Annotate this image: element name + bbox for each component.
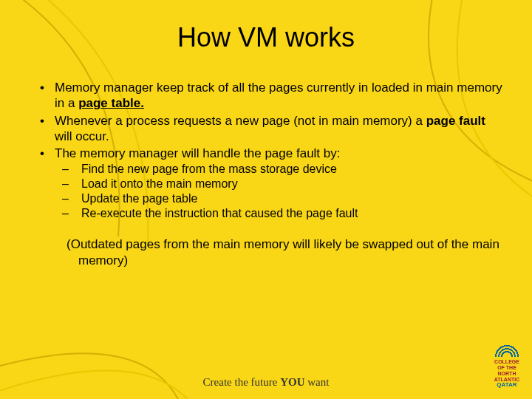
list-item: • Whenever a process requests a new page… (30, 113, 502, 145)
list-item: –Find the new page from the mass storage… (55, 163, 502, 176)
bullet-mark: • (30, 113, 55, 145)
dash-mark: – (55, 163, 81, 176)
dash-mark: – (55, 177, 81, 191)
list-item: –Re-execute the instruction that caused … (55, 207, 502, 220)
bullet-text: Whenever a process requests a new page (… (55, 113, 502, 145)
bullet-text: Memory manager keep track of all the pag… (55, 80, 502, 112)
slide-content: How VM works • Memory manager keep track… (0, 0, 532, 268)
college-logo: COLLEGE OF THE NORTH ATLANTIC QATAR (492, 341, 522, 389)
bullet-text: The memory manager will handle the page … (55, 146, 502, 161)
bullet-mark: • (30, 80, 55, 112)
list-item: –Load it onto the main memory (55, 177, 502, 191)
wave-icon (492, 341, 522, 357)
dash-mark: – (55, 207, 81, 220)
list-item: • The memory manager will handle the pag… (30, 146, 502, 161)
bullet-list: • Memory manager keep track of all the p… (30, 80, 502, 161)
list-item: • Memory manager keep track of all the p… (30, 80, 502, 112)
slide-title: How VM works (30, 22, 502, 53)
sub-list: –Find the new page from the mass storage… (30, 163, 502, 220)
list-item: –Update the page table (55, 192, 502, 205)
dash-mark: – (55, 192, 81, 205)
tagline: Create the future YOU want (0, 376, 532, 389)
bullet-mark: • (30, 146, 55, 161)
note-text: (Outdated pages from the main memory wil… (41, 236, 502, 268)
